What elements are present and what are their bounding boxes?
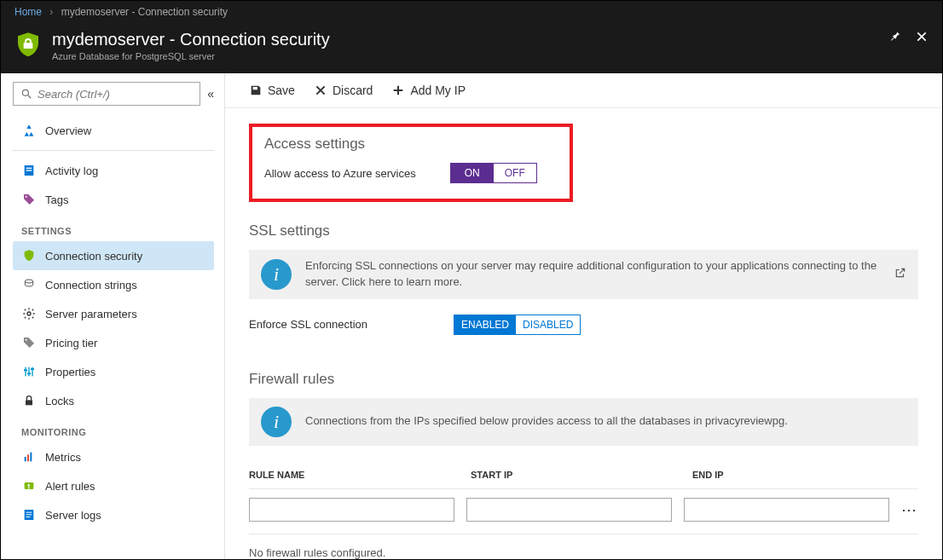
ssl-disabled[interactable]: DISABLED <box>516 315 580 334</box>
sidebar-item-tags[interactable]: Tags <box>13 185 214 214</box>
firewall-info-banner: i Connections from the IPs specified bel… <box>249 398 918 446</box>
page-subtitle: Azure Database for PostgreSQL server <box>52 51 330 61</box>
firewall-title: Firewall rules <box>249 371 918 388</box>
sidebar-item-label: Tags <box>45 193 68 206</box>
tags-icon <box>21 192 37 207</box>
collapse-sidebar-icon[interactable]: « <box>207 87 214 101</box>
search-box[interactable] <box>13 82 200 106</box>
sidebar-item-locks[interactable]: Locks <box>13 386 214 415</box>
save-button[interactable]: Save <box>249 84 295 97</box>
save-icon <box>249 84 263 97</box>
azure-access-toggle[interactable]: ON OFF <box>450 163 537 183</box>
plus-icon <box>391 84 405 97</box>
sidebar-item-label: Connection security <box>45 250 142 263</box>
svg-rect-4 <box>26 170 32 170</box>
metrics-icon <box>21 449 37 465</box>
svg-rect-16 <box>25 457 26 461</box>
discard-label: Discard <box>333 84 373 97</box>
close-icon <box>314 84 327 97</box>
logs-icon <box>21 507 37 522</box>
sidebar-item-alert-rules[interactable]: Alert rules <box>13 471 214 500</box>
col-end-ip: END IP <box>692 470 902 480</box>
svg-point-8 <box>26 339 27 341</box>
toggle-on[interactable]: ON <box>451 164 494 182</box>
sidebar-item-connection-security[interactable]: Connection security <box>13 241 214 270</box>
pin-icon[interactable] <box>888 30 901 46</box>
svg-rect-14 <box>31 368 34 370</box>
info-icon: i <box>261 407 292 437</box>
svg-rect-13 <box>27 372 31 374</box>
rule-name-input[interactable] <box>249 498 454 522</box>
svg-rect-23 <box>26 512 32 513</box>
col-start-ip: START IP <box>471 470 680 480</box>
lock-icon <box>21 393 37 408</box>
svg-rect-20 <box>28 484 30 487</box>
page-header: mydemoserver - Connection security Azure… <box>1 23 942 73</box>
sidebar-item-server-logs[interactable]: Server logs <box>13 500 214 529</box>
svg-point-5 <box>26 196 27 198</box>
sidebar-section-monitoring: MONITORING <box>13 415 214 442</box>
close-icon[interactable] <box>915 30 929 46</box>
svg-rect-3 <box>26 168 32 169</box>
sidebar-item-label: Server logs <box>45 509 101 522</box>
sidebar-item-label: Overview <box>45 124 91 137</box>
svg-point-7 <box>27 312 31 315</box>
end-ip-input[interactable] <box>684 498 889 522</box>
ssl-enabled[interactable]: ENABLED <box>454 315 516 334</box>
sidebar-item-label: Metrics <box>45 451 81 464</box>
sidebar-item-connection-strings[interactable]: Connection strings <box>13 270 214 299</box>
main-panel: Save Discard Add My IP Access settings A… <box>225 73 942 560</box>
sidebar: « Overview Activity log Tags SETTINGS Co… <box>1 73 225 560</box>
discard-button[interactable]: Discard <box>314 84 373 97</box>
search-input[interactable] <box>38 88 193 101</box>
toolbar: Save Discard Add My IP <box>225 73 942 108</box>
external-link-icon[interactable] <box>894 267 906 281</box>
sidebar-item-label: Connection strings <box>45 279 137 292</box>
overview-icon <box>21 123 37 138</box>
sidebar-item-label: Activity log <box>45 165 98 177</box>
ssl-settings-title: SSL settings <box>249 222 918 240</box>
sidebar-item-label: Server parameters <box>45 308 137 320</box>
breadcrumb-current: mydemoserver - Connection security <box>61 6 228 18</box>
properties-icon <box>21 364 37 379</box>
pricing-icon <box>21 335 37 350</box>
sidebar-section-settings: SETTINGS <box>13 214 214 241</box>
info-icon: i <box>261 259 292 290</box>
sidebar-item-overview[interactable]: Overview <box>13 116 214 145</box>
firewall-empty-message: No firewall rules configured. <box>249 534 918 560</box>
add-my-ip-button[interactable]: Add My IP <box>391 84 466 97</box>
svg-rect-10 <box>28 367 29 377</box>
sidebar-item-activity-log[interactable]: Activity log <box>13 156 214 185</box>
sidebar-item-properties[interactable]: Properties <box>13 357 214 386</box>
search-icon <box>20 88 32 100</box>
page-title: mydemoserver - Connection security <box>52 30 330 49</box>
sidebar-item-label: Alert rules <box>45 480 95 493</box>
access-azure-label: Allow access to Azure services <box>264 167 416 180</box>
sidebar-item-server-parameters[interactable]: Server parameters <box>13 299 214 328</box>
breadcrumb: Home › mydemoserver - Connection securit… <box>1 1 942 23</box>
ssl-toggle[interactable]: ENABLED DISABLED <box>454 315 581 335</box>
sidebar-item-pricing-tier[interactable]: Pricing tier <box>13 328 214 357</box>
ssl-info-banner: i Enforcing SSL connections on your serv… <box>249 250 918 299</box>
svg-point-0 <box>22 89 28 95</box>
svg-rect-15 <box>26 400 32 405</box>
firewall-table: RULE NAME START IP END IP ⋯ No firewall … <box>249 461 918 560</box>
shield-icon <box>14 32 42 59</box>
breadcrumb-home[interactable]: Home <box>14 6 42 18</box>
start-ip-input[interactable] <box>466 498 672 522</box>
sidebar-item-label: Pricing tier <box>45 337 97 349</box>
gear-icon <box>21 306 37 321</box>
svg-point-6 <box>25 280 32 283</box>
enforce-ssl-label: Enforce SSL connection <box>249 318 419 331</box>
col-rule-name: RULE NAME <box>249 470 459 480</box>
firewall-new-row: ⋯ <box>249 489 918 534</box>
svg-rect-18 <box>30 453 32 462</box>
svg-rect-17 <box>27 454 29 461</box>
sidebar-item-label: Locks <box>45 395 74 407</box>
svg-rect-21 <box>28 488 30 488</box>
access-settings-highlight: Access settings Allow access to Azure se… <box>249 124 573 202</box>
addip-label: Add My IP <box>410 84 466 97</box>
toggle-off[interactable]: OFF <box>494 164 536 182</box>
sidebar-item-metrics[interactable]: Metrics <box>13 442 214 471</box>
row-more-icon[interactable]: ⋯ <box>901 500 918 519</box>
